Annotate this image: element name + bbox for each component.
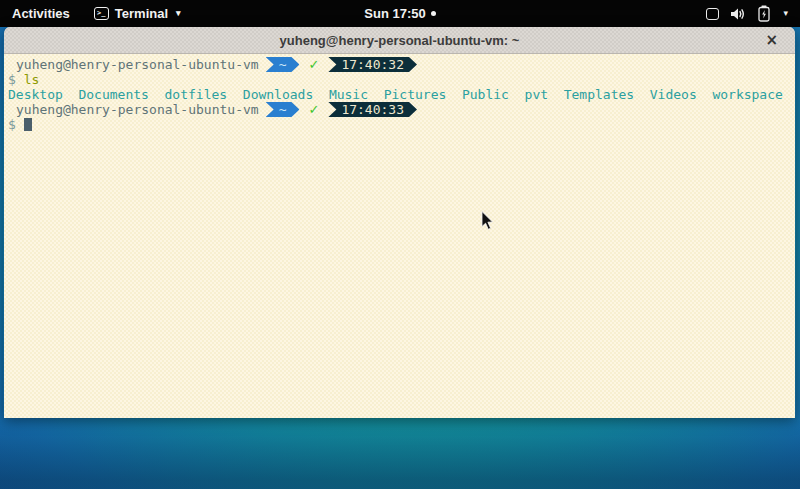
status-check-icon: ✓ bbox=[308, 102, 319, 117]
powerline-path-segment: ~ bbox=[266, 57, 300, 72]
app-menu-terminal[interactable]: >_ Terminal ▾ bbox=[82, 0, 193, 27]
powerline-time-segment: 17:40:32 bbox=[328, 57, 417, 72]
clock-label: Sun 17:50 bbox=[364, 6, 425, 21]
volume-icon bbox=[730, 7, 747, 21]
powerline-path-segment: ~ bbox=[266, 102, 300, 117]
system-tray[interactable]: ▾ bbox=[694, 0, 800, 27]
prompt-dollar: $ bbox=[8, 117, 16, 132]
prompt-user-host: yuheng@henry-personal-ubuntu-vm bbox=[16, 102, 259, 117]
clock-button[interactable]: Sun 17:50 bbox=[354, 0, 445, 27]
prompt-user-host: yuheng@henry-personal-ubuntu-vm bbox=[16, 57, 259, 72]
ls-output: Desktop Documents dotfiles Downloads Mus… bbox=[8, 87, 795, 102]
prompt-line-2: yuheng@henry-personal-ubuntu-vm ~ ✓ 17:4… bbox=[8, 102, 795, 117]
activities-button[interactable]: Activities bbox=[0, 0, 82, 27]
app-menu-label: Terminal bbox=[115, 6, 168, 21]
command-line-1: $ ls bbox=[8, 72, 795, 87]
chevron-down-icon: ▾ bbox=[783, 9, 788, 18]
prompt-dollar: $ bbox=[8, 72, 16, 87]
command-line-2: $ bbox=[8, 117, 795, 132]
screen-icon bbox=[706, 8, 719, 20]
powerline-time-segment: 17:40:33 bbox=[328, 102, 417, 117]
chevron-down-icon: ▾ bbox=[176, 9, 181, 18]
close-button[interactable]: × bbox=[761, 31, 782, 50]
notification-dot-icon bbox=[431, 11, 436, 16]
status-check-icon: ✓ bbox=[308, 57, 319, 72]
screen: Activities >_ Terminal ▾ Sun 17:50 bbox=[0, 0, 800, 489]
terminal-window: yuheng@henry-personal-ubuntu-vm: ~ × yuh… bbox=[3, 27, 796, 418]
command-text: ls bbox=[24, 72, 40, 87]
terminal-content[interactable]: yuheng@henry-personal-ubuntu-vm ~ ✓ 17:4… bbox=[4, 54, 795, 418]
top-bar-left: Activities >_ Terminal ▾ bbox=[0, 0, 193, 27]
battery-charging-icon bbox=[758, 5, 770, 22]
prompt-line-1: yuheng@henry-personal-ubuntu-vm ~ ✓ 17:4… bbox=[8, 57, 795, 72]
window-title: yuheng@henry-personal-ubuntu-vm: ~ bbox=[280, 33, 520, 48]
window-titlebar[interactable]: yuheng@henry-personal-ubuntu-vm: ~ × bbox=[4, 27, 795, 54]
terminal-cursor bbox=[24, 118, 32, 131]
terminal-app-icon: >_ bbox=[94, 7, 109, 20]
top-bar: Activities >_ Terminal ▾ Sun 17:50 bbox=[0, 0, 800, 27]
